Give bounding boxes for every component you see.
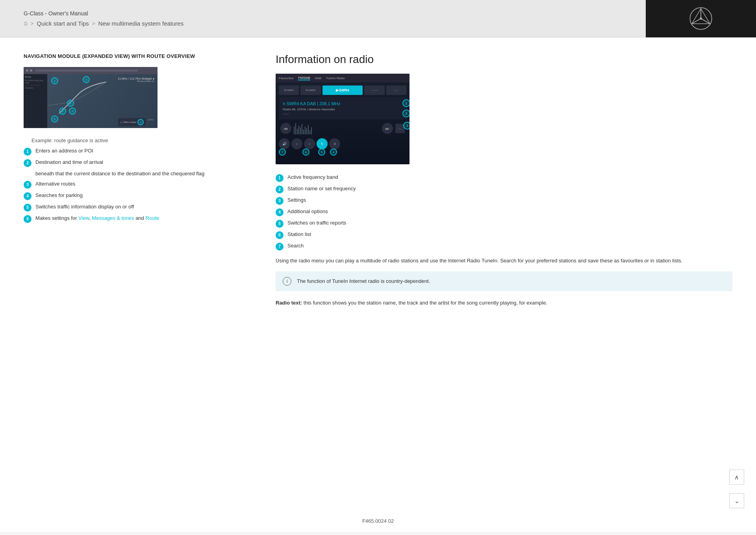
radio-circle-7: 7 (279, 149, 286, 156)
station-detail-2: —— (283, 112, 402, 115)
nav-marker-4: 4 (69, 108, 76, 115)
info-box-text: The function of TuneIn Internet radio is… (297, 278, 430, 284)
tab-fmdab: FM/DAB (298, 76, 310, 80)
tab-favourites: Favourites (279, 76, 293, 80)
nav-marker-5: 5 (59, 108, 66, 115)
nav-marker-3: 3 (67, 100, 74, 107)
radio-num-1: 1 (276, 174, 284, 182)
station-name: ≡ SWR4 KA DAB | 208.1 MHz (283, 101, 402, 106)
breadcrumb: ⌂ > Quick start and Tips > New multimedi… (24, 20, 622, 27)
link-view[interactable]: View (78, 215, 89, 221)
radio-circle-5: 5 (318, 149, 325, 156)
nav-circle-inline: 3 (137, 119, 144, 125)
radio-feature-1: 1 Active frequency band (276, 174, 732, 182)
radio-text-6: Station list (287, 231, 732, 238)
nav-feature-list: 1 Enters an address or POI 2 Destination… (24, 147, 244, 223)
nav-map-area: Route No delays along your route Overvie… (24, 74, 158, 128)
scroll-up-button[interactable]: ∧ (729, 470, 744, 485)
nav-marker-6: 6 (51, 115, 58, 123)
main-content: NAVIGATION MODULE (EXPANDED VIEW) WITH R… (0, 37, 756, 510)
radio-controls-row: ⏮ (279, 123, 406, 134)
nav-section-title: NAVIGATION MODULE (EXPANDED VIEW) WITH R… (24, 53, 244, 59)
manual-title: G-Class - Owner's Manual (24, 10, 622, 17)
radio-text-para: Radio text: this function shows you the … (276, 299, 732, 307)
radio-btn-9: ↕ (304, 138, 315, 149)
radio-feature-3: 3 Settings (276, 197, 732, 205)
radio-circle-3: 3 (403, 122, 410, 130)
ctrl-prev: ⏮ (280, 123, 291, 134)
nav-time: 177m (148, 119, 154, 121)
mercedes-logo (689, 7, 713, 30)
nav-address: Musterstraße 51 (118, 80, 154, 82)
radio-feature-5: 5 Switches on traffic reports (276, 219, 732, 228)
tab-dab: DAB (315, 76, 321, 80)
radio-description: Using the radio menu you can play a mult… (276, 257, 732, 265)
home-icon[interactable]: ⌂ (24, 20, 28, 27)
radio-circle-6: 6 (302, 149, 309, 156)
header-logo-area (646, 0, 756, 37)
nav-bar-label (35, 69, 138, 72)
nav-bar (24, 67, 158, 74)
radio-bottom-row: 🔊 ♪ ↕ 5 4 7 6 5 4 (279, 138, 406, 149)
radio-feature-2: 2 Station name or set frequency (276, 185, 732, 193)
scroll-down-button[interactable]: ⌄ (729, 493, 744, 508)
breadcrumb-sep-1: > (31, 20, 34, 26)
ctrl-next: ⏭ (382, 123, 393, 134)
feature-text-1: Enters an address or POI (35, 147, 244, 154)
tab-tunein: TuneIn Radio (326, 76, 345, 80)
info-icon: i (283, 277, 291, 286)
header-inner: G-Class - Owner's Manual ⌂ > Quick start… (0, 7, 646, 30)
nav-feature-3: 3 Alternative routes (24, 180, 244, 189)
page-wrapper: G-Class - Owner's Manual ⌂ > Quick start… (0, 0, 756, 532)
nav-panel-item-1: No delays along your route (25, 79, 46, 84)
radio-btn-10: 4 (329, 138, 340, 149)
feature-text-5: Switches traffic information display on … (35, 203, 244, 210)
radio-feature-7: 7 Search (276, 242, 732, 251)
link-route[interactable]: Route (145, 215, 159, 221)
nav-feature-5: 5 Switches traffic information display o… (24, 203, 244, 212)
page-code: F465 0024 02 (362, 518, 394, 524)
num-badge-2: 2 (24, 159, 32, 167)
nav-panel-label: Route (25, 76, 46, 78)
radio-text-2: Station name or set frequency (287, 185, 732, 192)
breadcrumb-current: New multimedia system features (98, 20, 183, 27)
header: G-Class - Owner's Manual ⌂ > Quick start… (0, 0, 756, 37)
nav-marker-2: 2 (83, 76, 90, 83)
feature-text-2: Destination and time of arrival (35, 159, 244, 166)
radio-feature-list: 1 Active frequency band 2 Station name o… (276, 174, 732, 251)
left-column: NAVIGATION MODULE (EXPANDED VIEW) WITH R… (24, 53, 244, 494)
breadcrumb-link-1[interactable]: Quick start and Tips (37, 20, 89, 27)
num-badge-1: 1 (24, 148, 32, 156)
link-messages[interactable]: Messages & tones (92, 215, 134, 221)
num-badge-6: 6 (24, 215, 32, 223)
feature-text-6: Makes settings for View, Messages & tone… (35, 215, 244, 222)
radio-num-5: 5 (276, 220, 284, 228)
nav-distance: 11.0Km / 111.7Km Stuttgart ● (118, 77, 154, 80)
info-box: i The function of TuneIn Internet radio … (276, 271, 732, 291)
radio-top-stations: W-SWR1 W-SWR2 ▶SWR4 ~~~~~ ----- (279, 85, 406, 95)
nav-feature-6: 6 Makes settings for View, Messages & to… (24, 215, 244, 223)
station-extra: ~~~~~ (364, 85, 384, 95)
radio-tabs: Favourites FM/DAB DAB TuneIn Radio (276, 74, 410, 82)
nav-bar-right (139, 69, 155, 72)
station-w-swr1: W-SWR1 (279, 85, 299, 95)
radio-screenshot: Favourites FM/DAB DAB TuneIn Radio W-SWR… (276, 74, 410, 164)
nav-other-routes: ⚇ Other routes 3 (118, 118, 146, 126)
nav-marker-1: 1 (51, 77, 58, 84)
nav-bar-dot-1 (26, 69, 28, 72)
nav-info: 11.0Km / 111.7Km Stuttgart ● Musterstraß… (118, 77, 154, 82)
nav-panel-divider (25, 85, 41, 85)
feature-text-4: Searches for parking (35, 192, 244, 199)
nav-map: 11.0Km / 111.7Km Stuttgart ● Musterstraß… (47, 74, 158, 128)
page-footer: F465 0024 02 (0, 510, 756, 532)
radio-feature-6: 6 Station list (276, 231, 732, 239)
nav-feature-2: 2 Destination and time of arrival (24, 159, 244, 167)
nav-feature-4: 4 Searches for parking (24, 192, 244, 200)
station-active: ▶SWR4 (322, 85, 363, 95)
num-badge-4: 4 (24, 192, 32, 200)
nav-screenshot-inner: Route No delays along your route Overvie… (24, 67, 158, 128)
radio-num-7: 7 (276, 243, 284, 251)
radio-text-7: Search (287, 242, 732, 249)
nav-left-panel: Route No delays along your route Overvie… (24, 74, 47, 128)
right-column: Information on radio Favourites FM/DAB D… (276, 53, 732, 494)
